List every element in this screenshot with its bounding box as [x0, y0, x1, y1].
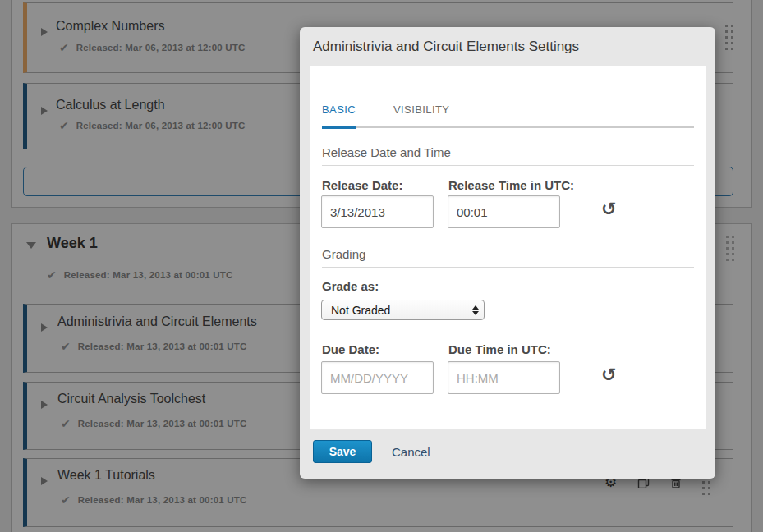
tab-visibility[interactable]: VISIBILITY [393, 103, 449, 126]
release-date-input[interactable] [321, 195, 434, 228]
settings-modal: Administrivia and Circuit Elements Setti… [300, 27, 715, 479]
cancel-link[interactable]: Cancel [392, 445, 430, 459]
reset-release-icon[interactable]: ↺ [601, 200, 616, 218]
grade-as-select[interactable]: Not Graded [321, 300, 485, 320]
reset-due-icon[interactable]: ↺ [601, 366, 616, 384]
due-date-label: Due Date: [322, 342, 379, 356]
course-outline-page: Complex Numbers ✔ Released: Mar 06, 2013… [0, 0, 763, 532]
release-time-label: Release Time in UTC: [448, 178, 574, 192]
tab-bar: BASIC VISIBILITY [322, 103, 694, 128]
selected-grade-value: Not Graded [331, 304, 472, 317]
grading-section-heading: Grading [322, 247, 365, 261]
due-date-input[interactable] [321, 361, 434, 394]
release-date-label: Release Date: [322, 178, 402, 192]
release-section-heading: Release Date and Time [322, 145, 451, 159]
tab-basic[interactable]: BASIC [322, 103, 356, 129]
grade-as-label: Grade as: [322, 279, 379, 293]
release-time-input[interactable] [448, 195, 560, 228]
divider [322, 165, 694, 166]
modal-title: Administrivia and Circuit Elements Setti… [313, 39, 579, 55]
due-time-label: Due Time in UTC: [448, 342, 551, 356]
save-button[interactable]: Save [313, 440, 372, 463]
divider [322, 267, 694, 268]
select-stepper-icon [472, 305, 479, 315]
modal-content-panel: BASIC VISIBILITY Release Date and Time R… [310, 66, 706, 429]
due-time-input[interactable] [448, 361, 560, 394]
